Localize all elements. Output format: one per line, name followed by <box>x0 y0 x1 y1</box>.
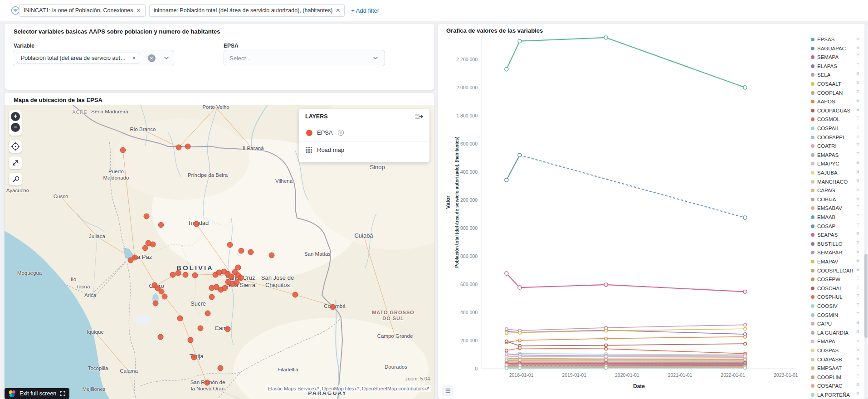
epsa-location-dot[interactable] <box>218 365 224 371</box>
legend-item[interactable]: COOPAPPI⠿ <box>811 133 862 141</box>
legend-item[interactable]: EMAPA⠿ <box>811 337 862 345</box>
epsa-location-dot[interactable] <box>225 326 231 332</box>
legend-item[interactable]: COSAALT⠿ <box>811 80 862 88</box>
legend-item[interactable]: LA GUARDIA⠿ <box>811 329 862 337</box>
legend-item-actions-icon[interactable]: ⠿ <box>856 285 859 290</box>
locate-button[interactable] <box>9 140 22 153</box>
epsa-location-dot[interactable] <box>269 253 275 258</box>
filter-pill[interactable]: ininname: Población total (del área de s… <box>149 4 345 17</box>
legend-item-actions-icon[interactable]: ⠿ <box>856 107 859 112</box>
zoom-in-button[interactable]: + <box>11 112 20 121</box>
legend-item-actions-icon[interactable]: ⠿ <box>856 241 859 245</box>
epsa-location-dot[interactable] <box>153 301 159 307</box>
map[interactable]: Porto VelhoSena MadureiraACRERio BrancoJ… <box>5 105 434 399</box>
legend-item-actions-icon[interactable]: ⠿ <box>856 249 859 254</box>
legend-item-actions-icon[interactable]: ⠿ <box>856 161 859 165</box>
tools-button[interactable] <box>9 173 22 185</box>
legend-item-actions-icon[interactable]: ⠿ <box>856 170 859 174</box>
legend-item-actions-icon[interactable]: ⠿ <box>856 330 859 334</box>
epsa-location-dot[interactable] <box>205 311 211 316</box>
legend-item[interactable]: MANCHACO⠿ <box>811 178 862 186</box>
legend-item[interactable]: COSPAS⠿ <box>811 346 862 355</box>
legend-item[interactable]: COOPLAN⠿ <box>811 89 862 97</box>
legend-toggle-button[interactable] <box>442 385 454 396</box>
legend-item-actions-icon[interactable]: ⠿ <box>856 143 859 147</box>
legend-item-actions-icon[interactable]: ⠿ <box>856 276 859 281</box>
legend-item-actions-icon[interactable]: ⠿ <box>856 125 859 130</box>
legend-item[interactable]: COOSPELCAR⠿ <box>811 267 862 275</box>
remove-variable-icon[interactable]: ✕ <box>132 55 136 61</box>
epsa-location-dot[interactable] <box>120 147 126 153</box>
collapse-layers-icon[interactable] <box>414 113 423 120</box>
attribution-link[interactable]: OpenStreetMap contributors <box>362 386 424 391</box>
epsa-location-dot[interactable] <box>185 144 191 150</box>
legend-item-actions-icon[interactable]: ⠿ <box>856 116 859 121</box>
legend-item[interactable]: EMPSAAT⠿ <box>811 364 862 372</box>
legend-item-actions-icon[interactable]: ⠿ <box>856 232 859 236</box>
epsa-location-dot[interactable] <box>183 272 189 278</box>
remove-filter-icon[interactable]: ✕ <box>137 7 141 14</box>
fit-bounds-button[interactable] <box>9 156 22 169</box>
legend-item-actions-icon[interactable]: ⠿ <box>856 223 859 228</box>
legend-item-actions-icon[interactable]: ⠿ <box>856 312 859 316</box>
zoom-out-button[interactable]: − <box>11 123 20 132</box>
epsa-location-dot[interactable] <box>158 222 164 228</box>
legend-item-actions-icon[interactable]: ⠿ <box>856 72 859 76</box>
epsa-location-dot[interactable] <box>198 326 204 331</box>
legend-item[interactable]: COOPAGUAS⠿ <box>811 107 862 115</box>
legend-item[interactable]: COSMOL⠿ <box>811 115 862 123</box>
legend-item-actions-icon[interactable]: ⠿ <box>856 81 859 85</box>
legend-item[interactable]: COSAPAC⠿ <box>811 382 862 390</box>
epsa-select[interactable]: Select... <box>224 50 385 66</box>
epsa-location-dot[interactable] <box>222 285 228 291</box>
legend-item[interactable]: CAPU⠿ <box>811 320 862 328</box>
legend-item[interactable]: COSAP⠿ <box>811 222 862 230</box>
epsa-location-dot[interactable] <box>191 355 197 360</box>
attribution-link[interactable]: OpenMapTiles <box>322 386 354 391</box>
legend-item[interactable]: SELA⠿ <box>811 71 862 79</box>
epsa-location-dot[interactable] <box>239 248 244 254</box>
legend-item-actions-icon[interactable]: ⠿ <box>856 36 859 41</box>
legend-item-actions-icon[interactable]: ⠿ <box>856 196 859 201</box>
legend-item[interactable]: SEMAPAR⠿ <box>811 248 862 257</box>
legend-item-actions-icon[interactable]: ⠿ <box>856 63 859 68</box>
legend-item[interactable]: SAJUBA⠿ <box>811 169 862 177</box>
legend-scrollbar-thumb[interactable] <box>864 254 868 338</box>
filter-pill[interactable]: ININCAT1: is one of Población, Conexione… <box>19 4 146 17</box>
epsa-location-dot[interactable] <box>142 245 148 251</box>
legend-item-actions-icon[interactable]: ⠿ <box>856 356 859 361</box>
epsa-location-dot[interactable] <box>248 249 254 255</box>
legend-item[interactable]: SEAPAS⠿ <box>811 231 862 239</box>
legend-item[interactable]: COBIJA⠿ <box>811 195 862 204</box>
legend-item[interactable]: COOSIV⠿ <box>811 302 862 310</box>
clear-variable-button[interactable]: ✕ <box>148 54 156 62</box>
legend-item[interactable]: EMAPYC⠿ <box>811 160 862 168</box>
legend-item[interactable]: COSEPW⠿ <box>811 275 862 283</box>
legend-item[interactable]: EMAPAS⠿ <box>811 151 862 159</box>
legend-item[interactable]: ELAPAS⠿ <box>811 62 862 70</box>
epsa-location-dot[interactable] <box>176 145 182 151</box>
legend-item-actions-icon[interactable]: ⠿ <box>856 214 859 219</box>
epsa-location-dot[interactable] <box>177 316 183 321</box>
legend-item[interactable]: COSPHUL⠿ <box>811 293 862 301</box>
legend-item-actions-icon[interactable]: ⠿ <box>856 54 859 58</box>
epsa-location-dot[interactable] <box>194 221 200 227</box>
legend-item[interactable]: COSMIN⠿ <box>811 311 862 319</box>
epsa-location-dot[interactable] <box>227 242 233 248</box>
legend-item-actions-icon[interactable]: ⠿ <box>856 205 859 209</box>
legend-item[interactable]: COAPASB⠿ <box>811 355 862 364</box>
layer-row-roadmap[interactable]: Road map <box>299 141 429 158</box>
legend-item-actions-icon[interactable]: ⠿ <box>856 338 859 343</box>
variable-selected-pill[interactable]: Población total (del área de servicio au… <box>17 53 140 63</box>
legend-item[interactable]: EMAAB⠿ <box>811 213 862 221</box>
epsa-location-dot[interactable] <box>128 258 134 263</box>
legend-item[interactable]: EMAPAV⠿ <box>811 258 862 266</box>
legend-item-actions-icon[interactable]: ⠿ <box>856 303 859 307</box>
epsa-location-dot[interactable] <box>234 280 240 286</box>
epsa-location-dot[interactable] <box>162 294 168 300</box>
legend-item-actions-icon[interactable]: ⠿ <box>856 268 859 272</box>
legend-item-actions-icon[interactable]: ⠿ <box>856 90 859 94</box>
legend-item[interactable]: COATRI⠿ <box>811 142 862 150</box>
legend-item[interactable]: AAPOS⠿ <box>811 97 862 106</box>
legend-item[interactable]: SAGUAPAC⠿ <box>811 44 862 53</box>
